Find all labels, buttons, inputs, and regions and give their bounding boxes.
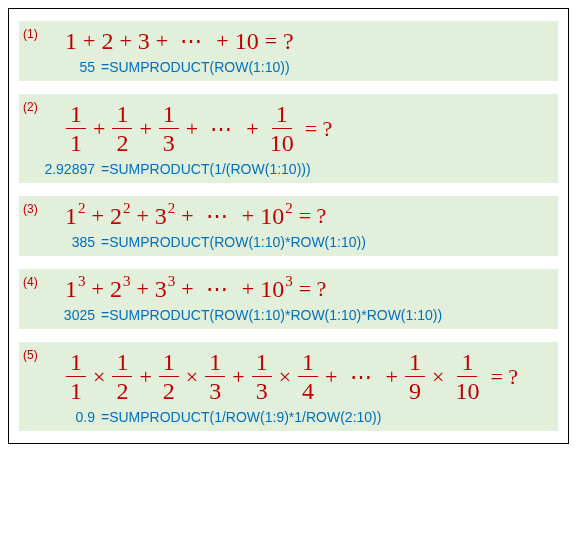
example-4-label: (4) — [23, 275, 38, 289]
example-3-equation: 12 + 22 + 32 + ⋯ + 102 = ? — [65, 204, 552, 228]
example-5-label: (5) — [23, 348, 38, 362]
example-4-result: 3025 — [39, 307, 95, 323]
example-1-formula: =SUMPRODUCT(ROW(1:10)) — [101, 59, 290, 75]
example-2-label: (2) — [23, 100, 38, 114]
example-3-formula: =SUMPRODUCT(ROW(1:10)*ROW(1:10)) — [101, 234, 366, 250]
example-1-result: 55 — [39, 59, 95, 75]
example-1: (1) 1+ 2+ 3+ ⋯+ 10= ? 55 =SUMPRODUCT(ROW… — [19, 21, 558, 81]
example-1-equation: 1+ 2+ 3+ ⋯+ 10= ? — [65, 29, 552, 53]
example-2-result-line: 2.92897 =SUMPRODUCT(1/(ROW(1:10))) — [39, 161, 552, 177]
example-4-formula: =SUMPRODUCT(ROW(1:10)*ROW(1:10)*ROW(1:10… — [101, 307, 442, 323]
example-5-result-line: 0.9 =SUMPRODUCT(1/ROW(1:9)*1/ROW(2:10)) — [39, 409, 552, 425]
example-4-equation: 13 + 23 + 33 + ⋯ + 103 = ? — [65, 277, 552, 301]
example-1-result-line: 55 =SUMPRODUCT(ROW(1:10)) — [39, 59, 552, 75]
example-4-result-line: 3025 =SUMPRODUCT(ROW(1:10)*ROW(1:10)*ROW… — [39, 307, 552, 323]
example-5-result: 0.9 — [39, 409, 95, 425]
example-5-equation: 11 × 12 + 12 × 13 + 13 × 14 + ⋯ + 19 × 1… — [65, 350, 552, 403]
example-3-result-line: 385 =SUMPRODUCT(ROW(1:10)*ROW(1:10)) — [39, 234, 552, 250]
example-3-result: 385 — [39, 234, 95, 250]
example-1-label: (1) — [23, 27, 38, 41]
example-3-label: (3) — [23, 202, 38, 216]
example-3: (3) 12 + 22 + 32 + ⋯ + 102 = ? 385 =SUMP… — [19, 196, 558, 256]
example-2: (2) 11 + 12 + 13 + ⋯ + 110 = ? 2.92897 =… — [19, 94, 558, 183]
formula-examples-panel: (1) 1+ 2+ 3+ ⋯+ 10= ? 55 =SUMPRODUCT(ROW… — [8, 8, 569, 444]
example-5: (5) 11 × 12 + 12 × 13 + 13 × 14 + ⋯ + 19… — [19, 342, 558, 431]
example-2-result: 2.92897 — [39, 161, 95, 177]
example-2-formula: =SUMPRODUCT(1/(ROW(1:10))) — [101, 161, 311, 177]
example-5-formula: =SUMPRODUCT(1/ROW(1:9)*1/ROW(2:10)) — [101, 409, 381, 425]
example-2-equation: 11 + 12 + 13 + ⋯ + 110 = ? — [65, 102, 552, 155]
example-4: (4) 13 + 23 + 33 + ⋯ + 103 = ? 3025 =SUM… — [19, 269, 558, 329]
